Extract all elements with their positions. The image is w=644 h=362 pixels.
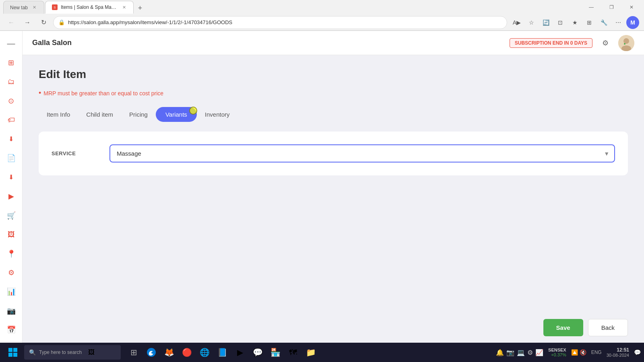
service-select-wrapper: Massage Facial Haircut Manicure Pedicure… (109, 144, 615, 162)
sidebar-item-download-cloud[interactable]: ⬇ (3, 131, 19, 147)
taskbar-system-icons: 🔔 📷 💻 ⚙ 📈 (496, 349, 543, 356)
error-bullet-icon: • (39, 89, 41, 97)
favorites-bar-button[interactable]: ★ (568, 16, 581, 29)
sidebar-item-folder[interactable]: 🗂 (3, 74, 19, 90)
reload-button[interactable]: ↻ (37, 16, 50, 29)
app-settings-button[interactable]: ⚙ (599, 37, 612, 49)
sidebar-item-image[interactable]: 🖼 (3, 226, 19, 242)
error-message: • MRP must be greater than or equal to c… (39, 89, 628, 97)
taskbar-app-explorer[interactable]: 📁 (303, 344, 319, 360)
variants-card: SERVICE Massage Facial Haircut Manicure … (39, 132, 628, 175)
taskbar: 🔍 Type here to search 🖼 ⊞ 🦊 🔴 🌐 📘 ▶ 💬 🏪 … (0, 343, 644, 362)
taskbar-clock[interactable]: 12:51 30-08-2024 (607, 347, 629, 358)
sidebar-minimize[interactable]: — (3, 36, 19, 51)
collections-button[interactable]: ⊞ (583, 16, 596, 29)
tab-variants[interactable]: Variants (156, 107, 197, 122)
svg-rect-5 (13, 348, 17, 352)
taskbar-app-facebook[interactable]: 📘 (214, 344, 230, 360)
taskbar-chart-icon[interactable]: 📈 (535, 349, 543, 356)
sidebar-item-settings[interactable]: ⚙ (3, 265, 19, 280)
favorites-button[interactable]: ☆ (525, 16, 538, 29)
svg-rect-4 (8, 348, 12, 352)
page-content: Edit Item • MRP must be greater than or … (23, 55, 644, 313)
settings-icon: ⚙ (8, 268, 14, 277)
sensex-change: +0.37% (551, 352, 566, 357)
svg-rect-6 (8, 353, 12, 357)
taskbar-app-store[interactable]: 🏪 (267, 344, 283, 360)
tab-close-items[interactable]: ✕ (122, 4, 127, 10)
sidebar-item-tag[interactable]: 🏷 (3, 112, 19, 128)
tag-icon: 🏷 (8, 116, 15, 124)
maximize-button[interactable]: ❐ (602, 1, 621, 14)
tab-child-item[interactable]: Child item (78, 107, 121, 122)
windows-start-button[interactable] (3, 344, 23, 360)
browser-titlebar: New tab ✕ S Items | Salon & Spa Manageme… (0, 0, 644, 14)
taskbar-camera-icon[interactable]: 📷 (506, 349, 514, 356)
save-button[interactable]: Save (543, 319, 583, 336)
back-button[interactable]: Back (588, 319, 628, 336)
taskbar-search-box[interactable]: 🔍 Type here to search 🖼 (24, 345, 121, 360)
address-bar[interactable]: 🔒 https://salon.galla.app/mysalon/items/… (53, 16, 507, 29)
sidebar-item-download[interactable]: ⬇ (3, 169, 19, 185)
mute-icon[interactable]: 🔇 (580, 349, 586, 356)
browser-chrome: New tab ✕ S Items | Salon & Spa Manageme… (0, 0, 644, 31)
taskbar-app-security[interactable]: 🔴 (179, 344, 195, 360)
minimize-button[interactable]: — (582, 1, 601, 14)
folder-icon: 🗂 (8, 78, 15, 86)
back-nav-button[interactable]: ← (5, 16, 18, 29)
tab-pricing[interactable]: Pricing (121, 107, 156, 122)
browser-extension2[interactable]: 🔧 (597, 16, 610, 29)
tab-item-info[interactable]: Item Info (39, 107, 78, 122)
taskbar-search-image: 🖼 (88, 349, 95, 356)
volume-up-icon[interactable]: 🔼 (571, 349, 578, 356)
browser-tab-new[interactable]: New tab ✕ (3, 1, 44, 14)
browser-profile-button[interactable]: M (626, 16, 639, 29)
sensex-widget: SENSEX +0.37% (548, 348, 566, 357)
taskbar-laptop-icon[interactable]: 💻 (517, 349, 525, 356)
close-button[interactable]: ✕ (622, 1, 641, 14)
split-view-button[interactable]: ⊡ (554, 16, 567, 29)
svg-rect-7 (13, 353, 17, 357)
taskbar-app-view[interactable]: ⊞ (126, 344, 142, 360)
sidebar-item-dashboard[interactable]: ⊞ (3, 55, 19, 70)
sidebar-item-calendar[interactable]: 📅 (3, 322, 19, 338)
sidebar-item-file[interactable]: 📄 (3, 150, 19, 166)
service-select[interactable]: Massage Facial Haircut Manicure Pedicure (109, 144, 615, 162)
sidebar-item-report[interactable]: 📊 (3, 284, 19, 300)
taskbar-app-maps[interactable]: 🗺 (285, 344, 301, 360)
taskbar-search-text: Type here to search (39, 350, 82, 355)
taskbar-app-chrome[interactable]: 🌐 (196, 344, 213, 360)
taskbar-notification-center-icon[interactable]: 💬 (634, 349, 641, 356)
sidebar-item-cart[interactable]: 🛒 (3, 208, 19, 223)
browser-tabs: New tab ✕ S Items | Salon & Spa Manageme… (3, 1, 580, 14)
forward-nav-button[interactable]: → (21, 16, 34, 29)
taskbar-app-edge[interactable] (143, 344, 159, 360)
settings-dots-button[interactable]: ⋯ (612, 16, 625, 29)
sidebar-item-play[interactable]: ▶ (3, 189, 19, 204)
sidebar-item-alert[interactable]: ⊙ (3, 93, 19, 109)
browser-tab-items[interactable]: S Items | Salon & Spa Management ✕ (45, 1, 134, 14)
cart-icon: 🛒 (7, 211, 16, 220)
new-tab-label: New tab (10, 5, 28, 10)
edge-icon (147, 348, 156, 357)
play-icon: ▶ (8, 192, 14, 201)
user-avatar[interactable] (618, 35, 634, 51)
read-aloud-button[interactable]: A▶ (510, 16, 523, 29)
taskbar-notifications-icon[interactable]: 🔔 (496, 349, 504, 356)
browser-toolbar: ← → ↻ 🔒 https://salon.galla.app/mysalon/… (0, 14, 644, 31)
svg-point-3 (624, 43, 625, 45)
url-text: https://salon.galla.app/mysalon/items/vi… (68, 19, 502, 25)
taskbar-app-youtube[interactable]: ▶ (232, 344, 248, 360)
new-tab-button[interactable]: + (134, 2, 146, 14)
browser-extension1[interactable]: 🔄 (539, 16, 552, 29)
page-title: Edit Item (39, 68, 628, 81)
tab-inventory[interactable]: Inventory (197, 107, 238, 122)
taskbar-app-firefox[interactable]: 🦊 (161, 344, 177, 360)
tab-close-new[interactable]: ✕ (31, 4, 37, 11)
windows-logo-icon (8, 348, 18, 357)
taskbar-settings-icon[interactable]: ⚙ (527, 349, 533, 356)
sidebar-item-pin[interactable]: 📍 (3, 246, 19, 261)
taskbar-app-skype[interactable]: 💬 (250, 344, 266, 360)
app-layout: — ⊞ 🗂 ⊙ 🏷 ⬇ 📄 ⬇ ▶ 🛒 🖼 📍 (0, 31, 644, 343)
sidebar-item-camera[interactable]: 📷 (3, 303, 19, 319)
